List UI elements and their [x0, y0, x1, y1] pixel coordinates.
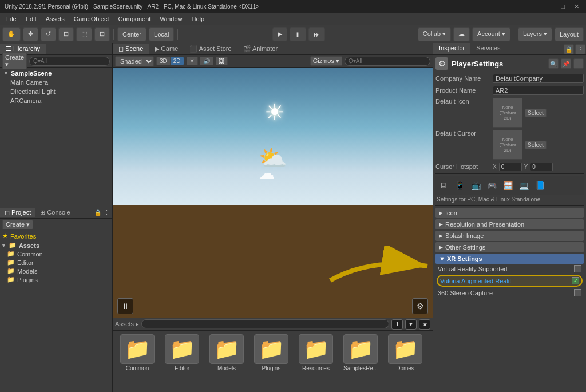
- asset-item-editor[interactable]: 📁 Editor: [161, 334, 203, 371]
- layers-button[interactable]: Layers ▾: [518, 27, 552, 41]
- move-tool-button[interactable]: ✥: [23, 27, 38, 41]
- layout-button[interactable]: Layout: [555, 27, 584, 41]
- minimize-button[interactable]: –: [546, 3, 554, 10]
- 3d-toggle[interactable]: 3D: [157, 57, 171, 65]
- default-cursor-label: Default Cursor: [435, 130, 493, 137]
- tab-services[interactable]: Services: [470, 43, 506, 54]
- platform-controller-icon[interactable]: 🎮: [485, 179, 498, 192]
- tree-item-arcamera[interactable]: ARCamera: [1, 96, 111, 105]
- inspector-options-button[interactable]: ⋮: [575, 44, 585, 54]
- local-button[interactable]: Local: [149, 27, 174, 41]
- play-button[interactable]: ▶: [272, 27, 287, 41]
- platform-web-icon[interactable]: 💻: [517, 179, 530, 192]
- tab-console[interactable]: ⊞ Console: [35, 208, 74, 217]
- hierarchy-create-button[interactable]: Create ▾: [2, 53, 27, 69]
- hotspot-x-input[interactable]: [499, 163, 522, 171]
- asset-tree-common[interactable]: 📁 Common: [0, 250, 112, 258]
- 2d-toggle[interactable]: 2D: [171, 57, 184, 65]
- assets-root[interactable]: ▼ 📁 Assets: [0, 241, 112, 250]
- assets-search-input[interactable]: [141, 319, 389, 328]
- center-button[interactable]: Center: [117, 27, 146, 41]
- company-name-input[interactable]: [493, 74, 584, 83]
- assets-icon-btn-2[interactable]: ▼: [405, 319, 417, 330]
- section-other-label: Other Settings: [445, 244, 485, 251]
- inspector-pin-button[interactable]: 📌: [561, 58, 571, 69]
- hierarchy-search-input[interactable]: [29, 57, 110, 66]
- xr-vr-checkbox[interactable]: [574, 265, 581, 272]
- asset-item-domes[interactable]: 📁 Domes: [384, 334, 426, 371]
- tab-animator[interactable]: 🎬 Animator: [237, 44, 283, 54]
- step-button[interactable]: ⏭: [308, 27, 325, 41]
- menu-help[interactable]: Help: [187, 14, 208, 23]
- transform-tool-button[interactable]: ⊞: [94, 27, 110, 41]
- section-resolution[interactable]: ▶ Resolution and Presentation: [435, 219, 584, 229]
- menu-edit[interactable]: Edit: [22, 14, 41, 23]
- rect-tool-button[interactable]: ⬚: [76, 27, 92, 41]
- asset-item-common[interactable]: 📁 Common: [116, 334, 159, 371]
- menu-window[interactable]: Window: [156, 14, 186, 23]
- pause-button[interactable]: ⏸: [290, 27, 306, 41]
- inspector-menu-button[interactable]: ⋮: [573, 58, 584, 69]
- tab-project[interactable]: ◻ Project: [0, 208, 35, 217]
- inspector-lock-button[interactable]: 🔒: [564, 44, 574, 54]
- asset-item-resources[interactable]: 📁 Resources: [295, 334, 337, 371]
- asset-tree-models[interactable]: 📁 Models: [0, 267, 112, 275]
- section-splash-label: Splash Image: [445, 232, 484, 239]
- platform-mobile-icon[interactable]: 📱: [453, 179, 466, 192]
- assets-icon-btn-1[interactable]: ⬆: [391, 319, 403, 330]
- section-splash[interactable]: ▶ Splash Image: [435, 231, 584, 241]
- xr-vuforia-checkbox[interactable]: ✓: [572, 277, 579, 284]
- xr-360-checkbox[interactable]: [574, 289, 581, 296]
- gizmos-dropdown[interactable]: Gizmos ▾: [310, 56, 342, 66]
- section-icon[interactable]: ▶ Icon: [435, 208, 584, 218]
- cloud-button[interactable]: ☁: [453, 27, 470, 41]
- hotspot-y-input[interactable]: [530, 163, 553, 171]
- lighting-toggle[interactable]: ☀: [187, 57, 198, 65]
- inspector-search-button[interactable]: 🔍: [548, 58, 559, 69]
- menubar: File Edit Assets GameObject Component Wi…: [0, 13, 586, 25]
- asset-tree-plugins[interactable]: 📁 Plugins: [0, 275, 112, 284]
- tab-game[interactable]: ▶ Game: [149, 44, 184, 54]
- menu-component[interactable]: Component: [114, 14, 155, 23]
- default-cursor-select-button[interactable]: Select: [525, 141, 547, 149]
- tab-assetstore[interactable]: ⬛ Asset Store: [184, 44, 237, 54]
- section-other[interactable]: ▶ Other Settings: [435, 242, 584, 252]
- platform-tv-icon[interactable]: 📺: [469, 179, 482, 192]
- xr-settings-section[interactable]: ▼ XR Settings: [435, 254, 584, 264]
- tab-scene[interactable]: ◻ Scene: [113, 44, 149, 54]
- menu-file[interactable]: File: [2, 14, 21, 23]
- folder-big-icon: 📁: [169, 337, 195, 361]
- rotate-tool-button[interactable]: ↺: [41, 27, 56, 41]
- asset-item-models[interactable]: 📁 Models: [205, 334, 248, 371]
- scale-tool-button[interactable]: ⊡: [58, 27, 74, 41]
- platform-windows-icon[interactable]: 🪟: [501, 179, 514, 192]
- account-button[interactable]: Account ▾: [472, 27, 510, 41]
- tree-item-directionallight[interactable]: Directional Light: [1, 87, 111, 96]
- scene-search-input[interactable]: [345, 57, 430, 66]
- hand-tool-button[interactable]: ✋: [2, 27, 21, 41]
- pause-scene-button[interactable]: ⏸: [117, 298, 133, 314]
- product-name-input[interactable]: [493, 86, 584, 95]
- tree-item-maincamera[interactable]: Main Camera: [1, 78, 111, 87]
- effects-toggle[interactable]: 🖼: [216, 57, 228, 65]
- tab-inspector[interactable]: Inspector: [433, 43, 470, 54]
- scene-settings-button[interactable]: ⚙: [412, 298, 428, 314]
- menu-assets[interactable]: Assets: [42, 14, 69, 23]
- menu-gameobject[interactable]: GameObject: [70, 14, 113, 23]
- collab-button[interactable]: Collab ▾: [418, 27, 451, 41]
- assets-create-button[interactable]: Create ▾: [2, 220, 33, 229]
- platform-pc-icon[interactable]: 🖥: [437, 179, 450, 192]
- shading-mode-dropdown[interactable]: Shaded: [115, 56, 154, 66]
- default-icon-select-button[interactable]: Select: [525, 109, 547, 117]
- asset-item-samplesre[interactable]: 📁 SamplesRe...: [339, 334, 382, 371]
- platform-facebook-icon[interactable]: 📘: [533, 179, 547, 192]
- project-options-icon[interactable]: ⋮: [104, 209, 112, 216]
- maximize-button[interactable]: □: [559, 3, 567, 10]
- scene-view[interactable]: ☀ ⛅ ☁ ⏸ ⚙: [113, 68, 433, 318]
- assets-icon-btn-3[interactable]: ★: [419, 319, 430, 330]
- asset-item-plugins[interactable]: 📁 Plugins: [250, 334, 292, 371]
- asset-tree-editor[interactable]: 📁 Editor: [0, 258, 112, 267]
- close-button[interactable]: ✕: [572, 3, 581, 10]
- tree-item-samplescene[interactable]: ▼ SampleScene: [1, 69, 111, 78]
- audio-toggle[interactable]: 🔊: [200, 57, 213, 65]
